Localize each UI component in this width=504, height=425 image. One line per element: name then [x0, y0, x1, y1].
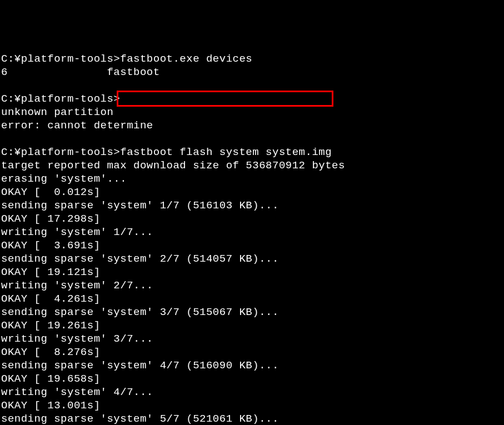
- terminal-output-line: OKAY [ 0.012s]: [1, 186, 504, 199]
- terminal-output-line: OKAY [ 13.001s]: [1, 399, 504, 413]
- terminal-output-line: OKAY [ 17.298s]: [1, 213, 504, 226]
- terminal-output-line: erasing 'system'...: [1, 173, 504, 186]
- terminal-blank-line: [1, 79, 504, 93]
- terminal-prompt-line[interactable]: C:¥platform-tools>fastboot flash system …: [1, 146, 504, 159]
- terminal-output-line: sending sparse 'system' 2/7 (514057 KB).…: [1, 253, 504, 266]
- prompt-prefix: C:¥platform-tools>: [1, 93, 120, 105]
- terminal-output-line: writing 'system' 1/7...: [1, 226, 504, 239]
- prompt-prefix: C:¥platform-tools>: [1, 53, 120, 65]
- terminal-output-line: sending sparse 'system' 5/7 (521061 KB).…: [1, 413, 504, 425]
- terminal-output-line: OKAY [ 3.691s]: [1, 239, 504, 253]
- prompt-command[interactable]: fastboot.exe devices: [120, 53, 252, 65]
- terminal-output-line: sending sparse 'system' 1/7 (516103 KB).…: [1, 199, 504, 213]
- prompt-prefix: C:¥platform-tools>: [1, 146, 120, 158]
- terminal-output-line: OKAY [ 8.276s]: [1, 346, 504, 359]
- terminal-output-line: OKAY [ 4.261s]: [1, 293, 504, 306]
- terminal-output-line: writing 'system' 3/7...: [1, 333, 504, 346]
- prompt-command[interactable]: fastboot flash system system.img: [120, 146, 332, 158]
- terminal-output-line: unknown partition: [1, 106, 504, 119]
- terminal-output-line: 6 fastboot: [1, 66, 504, 79]
- terminal-output-line: error: cannot determine: [1, 119, 504, 133]
- terminal-output-line: OKAY [ 19.261s]: [1, 319, 504, 333]
- terminal-blank-line: [1, 133, 504, 146]
- terminal-output-line: OKAY [ 19.121s]: [1, 266, 504, 279]
- terminal-output-line: OKAY [ 19.658s]: [1, 373, 504, 386]
- terminal-prompt-line[interactable]: C:¥platform-tools>fastboot.exe devices: [1, 53, 504, 66]
- terminal-output-line: writing 'system' 4/7...: [1, 386, 504, 399]
- terminal-output-line: sending sparse 'system' 3/7 (515067 KB).…: [1, 306, 504, 319]
- terminal-output-line: sending sparse 'system' 4/7 (516090 KB).…: [1, 359, 504, 373]
- terminal-output-line: writing 'system' 2/7...: [1, 279, 504, 293]
- terminal-output-line: target reported max download size of 536…: [1, 159, 504, 173]
- terminal-prompt-line[interactable]: C:¥platform-tools>: [1, 93, 504, 106]
- terminal-window[interactable]: C:¥platform-tools>fastboot.exe devices6 …: [1, 53, 504, 425]
